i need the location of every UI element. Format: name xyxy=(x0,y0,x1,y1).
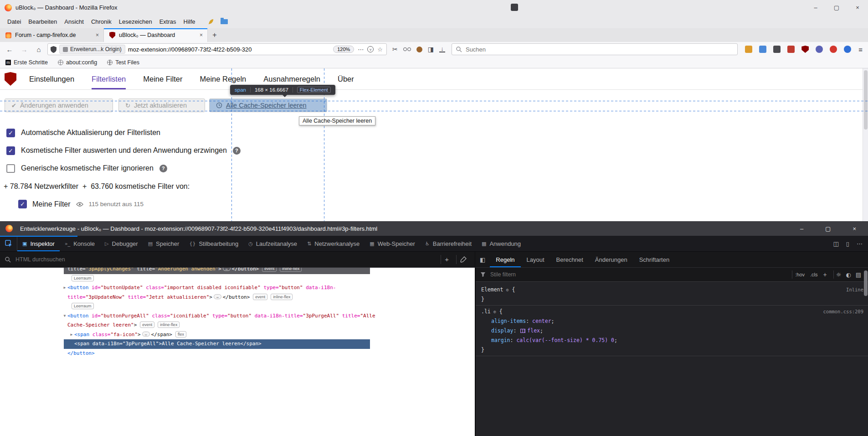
zoom-level-badge[interactable]: 120% xyxy=(333,46,354,53)
url-bar[interactable]: Erweiterun...k Origin) moz-extension://0… xyxy=(47,43,387,55)
sidebar-tab-schriftarten[interactable]: Schriftarten xyxy=(633,252,675,267)
tool-tab-storage[interactable]: ▤Speicher xyxy=(143,236,185,251)
markup-row[interactable]: ▶<button id="buttonUpdate" class="import… xyxy=(0,283,475,293)
bookmark-test-files[interactable]: Test Files xyxy=(107,59,139,66)
extension-dark-flag-icon[interactable] xyxy=(773,46,781,53)
badge-event[interactable]: event xyxy=(262,268,277,272)
dashboard-tab-einstellungen[interactable]: Einstellungen xyxy=(29,68,74,89)
rule-property[interactable]: margin: calc(var(--font-size) * 0.75) 0; xyxy=(476,336,868,345)
home-button[interactable]: ⌂ xyxy=(33,43,45,55)
responsive-design-icon[interactable]: ▯ xyxy=(846,240,849,247)
collapsed-content-pill[interactable]: … xyxy=(142,332,150,337)
extension-red-square-icon[interactable] xyxy=(787,46,795,53)
expander-arrow-icon[interactable]: ▼ xyxy=(62,311,67,321)
tool-tab-performance[interactable]: ◷Laufzeitanalyse xyxy=(243,236,302,251)
extension-blue-swirl-icon[interactable] xyxy=(844,46,851,53)
html-search-input[interactable] xyxy=(15,256,437,263)
markup-row[interactable]: title="3pApplyChanges" title="Änderungen… xyxy=(0,268,475,274)
help-icon[interactable]: ? xyxy=(233,147,241,155)
scissors-icon[interactable] xyxy=(392,45,398,53)
checkbox[interactable] xyxy=(6,164,15,173)
folder-icon[interactable] xyxy=(221,19,228,24)
tab-close-icon[interactable]: × xyxy=(199,32,204,38)
markup-row[interactable]: Cache-Speicher leeren">eventinline-flex xyxy=(0,321,475,330)
page-scrollbar-thumb[interactable] xyxy=(864,70,868,130)
eye-icon[interactable] xyxy=(76,202,83,207)
tool-tab-network[interactable]: ⇅Netzwerkanalyse xyxy=(302,236,365,251)
rule-origin[interactable]: common.css:209 xyxy=(823,307,863,317)
sidebar-tab-regeln[interactable]: Regeln xyxy=(490,252,520,267)
close-button[interactable]: × xyxy=(853,225,856,232)
browser-tab-ublock-dashboard[interactable]: uBlock₀ — Dashboard × xyxy=(104,28,208,42)
tool-tab-application[interactable]: ▩Anwendung xyxy=(477,236,526,251)
extension-ublock-shield-icon[interactable] xyxy=(801,46,809,53)
menu-chronik[interactable]: Chronik xyxy=(87,16,115,27)
url-text[interactable]: moz-extension://00968907-73f2-4f22-b509-… xyxy=(128,46,331,53)
maximize-button[interactable]: ▢ xyxy=(826,0,847,15)
mask-icon[interactable] xyxy=(403,47,411,51)
minimize-button[interactable]: – xyxy=(800,225,803,232)
pseudo-class-button[interactable]: :hov xyxy=(792,272,807,277)
badge-leerraum[interactable]: Leerraum xyxy=(72,275,94,281)
menu-bearbeiten[interactable]: Bearbeiten xyxy=(25,16,61,27)
devtools-menu-icon[interactable]: ⋯ xyxy=(857,240,863,247)
badge-inline-flex[interactable]: inline-flex xyxy=(158,322,180,328)
markup-row[interactable]: ▼<button id="buttonPurgeAll" class="icon… xyxy=(0,311,475,321)
markup-row[interactable]: </button> xyxy=(0,349,475,358)
print-media-icon[interactable]: ▤ xyxy=(853,271,863,278)
sidebar-panes-icon[interactable]: ◧ xyxy=(475,252,490,267)
extension-blue-note-icon[interactable] xyxy=(759,46,766,53)
sidebar-tab-berechnet[interactable]: Berechnet xyxy=(550,252,589,267)
tracking-protection-shield-icon[interactable] xyxy=(51,46,56,53)
menu-ansicht[interactable]: Ansicht xyxy=(61,16,87,27)
extension-violet-round-icon[interactable] xyxy=(816,46,823,53)
quill-icon[interactable] xyxy=(207,18,214,25)
dashboard-tab-meine-filter[interactable]: Meine Filter xyxy=(143,68,182,89)
rule-property[interactable]: align-items: center; xyxy=(476,317,868,326)
tool-tab-accessibility[interactable]: ♿Barrierefreiheit xyxy=(420,236,477,251)
dark-scheme-icon[interactable]: ◐ xyxy=(843,271,853,278)
checkbox[interactable]: ✓ xyxy=(6,129,15,137)
checkbox[interactable]: ✓ xyxy=(6,146,15,155)
extension-orange-square-icon[interactable] xyxy=(745,46,752,53)
markup-row[interactable]: Leerraum xyxy=(0,302,475,311)
page-actions-icon[interactable]: ⋯ xyxy=(357,46,365,53)
markup-scrollbar-thumb[interactable] xyxy=(864,270,868,296)
back-button[interactable]: ← xyxy=(4,43,15,55)
bookmark-about-config[interactable]: about:config xyxy=(58,59,97,66)
rule-selector[interactable]: .li⊕ {common.css:209 xyxy=(476,307,868,317)
markup-row[interactable]: title="3pUpdateNow" title="Jetzt aktuali… xyxy=(0,293,475,302)
expander-arrow-icon[interactable]: ▶ xyxy=(69,330,74,340)
badge-inline-flex[interactable]: inline-flex xyxy=(280,268,302,272)
extension-identity-chip[interactable]: Erweiterun...k Origin) xyxy=(59,45,125,54)
forward-button[interactable]: → xyxy=(18,43,30,55)
menu-extras[interactable]: Extras xyxy=(156,16,180,27)
bookmark-erste-schritte[interactable]: mErste Schritte xyxy=(5,59,48,66)
expander-arrow-icon[interactable]: ▶ xyxy=(62,283,67,293)
badge-leerraum[interactable]: Leerraum xyxy=(72,303,94,309)
download-icon[interactable]: ↓ xyxy=(439,46,445,52)
search-input[interactable] xyxy=(465,46,734,53)
tool-tab-webstorage[interactable]: ▦Web-Speicher xyxy=(365,236,420,251)
cookie-icon[interactable] xyxy=(416,47,422,52)
dashboard-tab-filterlisten[interactable]: Filterlisten xyxy=(92,68,126,89)
pocket-icon[interactable]: v xyxy=(367,46,374,52)
badge-flex[interactable]: flex xyxy=(175,331,186,337)
bookmark-star-icon[interactable]: ☆ xyxy=(376,46,384,53)
add-rule-button[interactable]: + xyxy=(821,271,830,278)
rule-property[interactable]: display: flex; xyxy=(476,326,868,336)
light-scheme-icon[interactable]: ☼ xyxy=(834,271,844,278)
sidebar-toggle-icon[interactable] xyxy=(428,45,434,53)
menu-datei[interactable]: Datei xyxy=(4,16,25,27)
tool-tab-inspector[interactable]: ▣Inspektor xyxy=(17,236,60,251)
style-filter-input[interactable] xyxy=(489,271,788,278)
menu-lesezeichen[interactable]: Lesezeichen xyxy=(115,16,156,27)
markup-row[interactable]: Leerraum xyxy=(0,274,475,284)
badge-event[interactable]: event xyxy=(253,294,267,300)
collapsed-content-pill[interactable]: … xyxy=(214,294,221,299)
search-bar[interactable] xyxy=(452,43,738,55)
rule-origin[interactable]: Inline xyxy=(846,285,863,295)
add-node-button[interactable]: + xyxy=(441,255,452,264)
tool-tab-debugger[interactable]: ▷Debugger xyxy=(100,236,143,251)
minimize-button[interactable]: – xyxy=(805,0,826,15)
